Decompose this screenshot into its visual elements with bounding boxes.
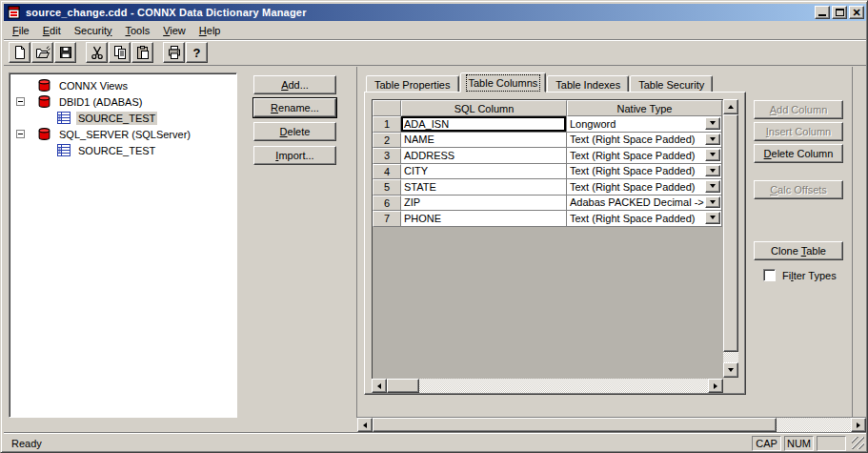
paste-button[interactable] [131, 42, 153, 63]
horizontal-scroll-thumb[interactable] [387, 379, 419, 393]
sql-column-header[interactable]: SQL Column [401, 100, 567, 116]
title-bar[interactable]: source_change.cdd - CONNX Data Dictionar… [4, 4, 866, 21]
chevron-down-icon [710, 169, 716, 175]
import-button[interactable]: Import... [253, 146, 336, 165]
dropdown-button[interactable] [705, 117, 720, 130]
scroll-left-button[interactable] [357, 418, 373, 432]
collapse-expander-icon[interactable] [16, 130, 25, 138]
tab-table-properties[interactable]: Table Properties [366, 75, 459, 93]
horizontal-scroll-thumb[interactable] [373, 418, 777, 432]
dropdown-button[interactable] [705, 149, 720, 161]
dropdown-button[interactable] [705, 212, 720, 224]
scroll-right-button[interactable] [851, 418, 866, 432]
window-title: source_change.cdd - CONNX Data Dictionar… [26, 7, 307, 18]
delete-column-button[interactable]: Delete Column [754, 144, 843, 163]
tree-item-source-test-sqlserver[interactable]: SOURCE_TEST [11, 142, 234, 158]
copy-button[interactable] [109, 42, 131, 63]
native-type-cell[interactable]: Text (Right Space Padded) [567, 211, 722, 227]
cut-scissors-icon [90, 45, 105, 60]
save-button[interactable] [54, 42, 76, 63]
calc-offsets-button: Calc Offsets [754, 180, 843, 199]
collapse-expander-icon[interactable] [16, 97, 25, 106]
panel-horizontal-scrollbar[interactable] [357, 418, 866, 432]
database-icon [37, 78, 51, 93]
sql-column-cell[interactable]: PHONE [401, 211, 567, 227]
clone-table-button[interactable]: Clone Table [754, 241, 843, 260]
tree-item-dbid1-adabas[interactable]: DBID1 (ADABAS) [11, 93, 234, 110]
scroll-left-button[interactable] [372, 379, 387, 393]
sql-column-cell[interactable]: NAME [401, 133, 567, 149]
grid-vertical-scrollbar[interactable] [723, 99, 738, 378]
native-type-header[interactable]: Native Type [567, 100, 722, 116]
maximize-button[interactable] [832, 6, 847, 19]
vertical-scroll-track[interactable] [723, 352, 738, 362]
caps-lock-indicator: CAP [752, 436, 781, 451]
row-number[interactable]: 1 [373, 116, 401, 133]
tree-item-sql-server[interactable]: SQL_SERVER (SQLServer) [11, 126, 234, 142]
minimize-button[interactable] [815, 6, 830, 19]
sql-column-cell[interactable]: STATE [401, 179, 567, 196]
menu-tools[interactable]: Tools [118, 23, 156, 38]
dropdown-button[interactable] [705, 180, 720, 193]
vertical-scroll-thumb[interactable] [723, 114, 738, 352]
table-row: 5 STATE Text (Right Space Padded) [373, 179, 723, 196]
menu-view[interactable]: View [156, 23, 192, 38]
native-type-cell[interactable]: Text (Right Space Padded) [567, 133, 722, 149]
row-number[interactable]: 3 [373, 148, 401, 164]
horizontal-scroll-track[interactable] [419, 379, 708, 393]
paste-clipboard-icon [135, 45, 151, 60]
sql-column-cell[interactable]: CITY [401, 164, 567, 180]
delete-button[interactable]: Delete [253, 122, 336, 141]
dropdown-button[interactable] [705, 165, 720, 177]
dropdown-button[interactable] [705, 134, 720, 146]
row-number[interactable]: 6 [373, 196, 401, 212]
tree-item-source-test-adabas[interactable]: SOURCE_TEST [11, 110, 234, 126]
native-type-cell[interactable]: Text (Right Space Padded) [567, 148, 722, 164]
filter-types-label: Filter Types [782, 270, 837, 281]
menu-help[interactable]: Help [192, 23, 228, 38]
row-number[interactable]: 5 [373, 179, 401, 196]
tab-table-security[interactable]: Table Security [630, 75, 713, 93]
close-icon: ✕ [852, 8, 860, 17]
dropdown-button[interactable] [705, 196, 720, 209]
print-button[interactable] [163, 42, 185, 63]
new-button[interactable] [9, 42, 30, 63]
grid-horizontal-scrollbar[interactable] [372, 379, 723, 393]
native-type-cell[interactable]: Longword [567, 116, 722, 133]
columns-grid: SQL Column Native Type 1 ADA_ISN Longwor… [372, 99, 723, 379]
tree-item-connx-views[interactable]: CONNX Views [11, 77, 234, 93]
filter-types-checkbox[interactable] [763, 269, 776, 281]
scroll-up-button[interactable] [723, 99, 738, 114]
arrow-right-icon [857, 422, 863, 428]
close-button[interactable]: ✕ [849, 6, 864, 19]
menu-file[interactable]: File [6, 23, 36, 38]
row-number-header [373, 100, 401, 116]
row-number[interactable]: 4 [373, 164, 401, 180]
menu-security[interactable]: Security [68, 23, 119, 38]
sql-column-cell[interactable]: ZIP [401, 196, 567, 212]
menu-edit[interactable]: Edit [36, 23, 68, 38]
row-number[interactable]: 2 [373, 133, 401, 149]
native-type-cell[interactable]: Text (Right Space Padded) [567, 164, 722, 180]
table-row: 1 ADA_ISN Longword [373, 116, 723, 133]
scroll-down-button[interactable] [723, 362, 738, 378]
row-number[interactable]: 7 [373, 211, 401, 227]
tab-table-indexes[interactable]: Table Indexes [547, 75, 629, 93]
native-type-cell[interactable]: Adabas PACKED Decimal -> Int [567, 196, 722, 212]
add-button[interactable]: Add... [253, 75, 336, 94]
resize-grip[interactable] [852, 437, 864, 449]
sql-column-cell[interactable]: ADA_ISN [401, 116, 567, 133]
open-folder-icon [35, 45, 50, 60]
scroll-right-button[interactable] [708, 379, 723, 393]
open-button[interactable] [31, 42, 53, 63]
help-button[interactable]: ? [186, 42, 208, 63]
rename-button[interactable]: Rename... [253, 98, 336, 117]
tab-table-columns[interactable]: Table Columns [460, 72, 547, 93]
cut-button[interactable] [86, 42, 108, 63]
scroll-lock-indicator [817, 436, 846, 451]
status-bar: Ready CAP NUM [4, 432, 866, 451]
native-type-cell[interactable]: Text (Right Space Padded) [567, 179, 722, 196]
status-message: Ready [11, 438, 42, 449]
sql-column-cell[interactable]: ADDRESS [401, 148, 567, 164]
horizontal-scroll-track[interactable] [777, 418, 851, 432]
